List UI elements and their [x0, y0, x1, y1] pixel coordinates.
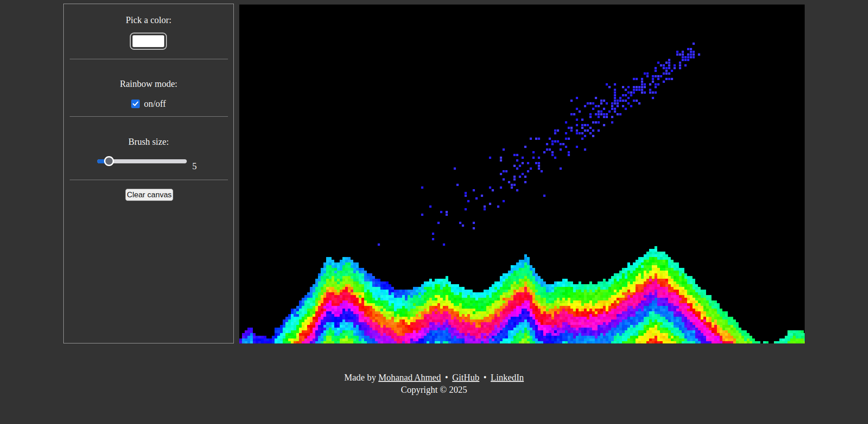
footer-copyright-line: Copyright © 2025 [0, 384, 868, 396]
rainbow-mode-label: Rainbow mode: [64, 79, 233, 89]
rainbow-checkbox-label: on/off [144, 99, 166, 109]
checkmark-icon [133, 101, 138, 106]
color-picker-label: Pick a color: [64, 15, 233, 25]
linkedin-link[interactable]: LinkedIn [491, 372, 524, 382]
brush-size-value: 5 [192, 161, 206, 172]
rainbow-checkbox[interactable] [131, 100, 140, 108]
rainbow-toggle-row: on/off [64, 99, 233, 109]
controls-panel: Pick a color: Rainbow mode: on/off Brush… [63, 4, 234, 343]
divider [70, 116, 228, 117]
divider [70, 180, 228, 180]
footer-credits-line: Made by Mohanad Ahmed • GitHub • LinkedI… [0, 372, 868, 384]
brush-size-label: Brush size: [64, 137, 233, 147]
made-by-text: Made by [344, 372, 376, 382]
slider-thumb[interactable] [104, 156, 114, 166]
sand-canvas[interactable] [239, 5, 805, 343]
color-swatch [133, 35, 164, 47]
color-picker-input[interactable] [130, 33, 167, 50]
bullet-separator: • [445, 372, 448, 382]
author-link[interactable]: Mohanad Ahmed [378, 372, 441, 382]
bullet-separator: • [484, 372, 487, 382]
github-link[interactable]: GitHub [452, 372, 479, 382]
clear-canvas-button[interactable]: Clear canvas [125, 189, 173, 201]
footer: Made by Mohanad Ahmed • GitHub • LinkedI… [0, 372, 868, 396]
divider [70, 59, 228, 59]
brush-size-slider[interactable] [97, 159, 187, 163]
page: Pick a color: Rainbow mode: on/off Brush… [0, 0, 868, 424]
